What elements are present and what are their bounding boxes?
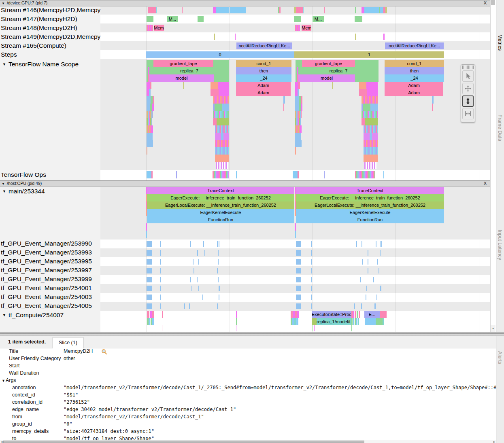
trace-slice[interactable]: Adam (385, 82, 443, 89)
trace-slice[interactable] (376, 295, 377, 300)
trace-slice[interactable] (151, 318, 152, 325)
trace-slice[interactable] (376, 318, 383, 325)
trace-slice[interactable]: 0 (146, 51, 294, 58)
trace-slice[interactable] (314, 325, 315, 331)
trace-slice[interactable]: EagerKernelExecute (147, 209, 294, 216)
trace-slice[interactable] (385, 7, 387, 13)
trace-slice[interactable] (147, 286, 152, 291)
trace-slice[interactable] (296, 318, 298, 325)
trace-slice[interactable] (363, 104, 370, 111)
trace-slice[interactable] (160, 268, 161, 273)
trace-slice[interactable] (355, 16, 362, 22)
trace-slice[interactable] (296, 268, 301, 273)
trace-slice[interactable] (357, 311, 358, 318)
trace-slice[interactable] (194, 268, 194, 273)
trace-slice[interactable] (184, 303, 185, 309)
trace-slice[interactable]: Adam (236, 82, 291, 89)
trace-slice[interactable] (295, 125, 300, 133)
trace-slice[interactable] (147, 111, 153, 118)
trace-slice[interactable] (355, 7, 356, 13)
trace-slice[interactable] (151, 171, 153, 178)
trace-slice[interactable] (218, 259, 219, 265)
trace-slice[interactable] (147, 118, 152, 125)
trace-slice[interactable] (151, 125, 153, 133)
trace-slice[interactable] (215, 155, 229, 162)
trace-slice[interactable] (147, 241, 152, 247)
trace-slice[interactable] (332, 82, 333, 89)
trace-slice[interactable] (149, 318, 150, 325)
trace-slice[interactable] (372, 133, 378, 140)
trace-slice[interactable] (298, 89, 299, 96)
scroll-left-icon[interactable]: ◀ (0, 440, 3, 443)
trace-slice[interactable]: model (149, 74, 214, 82)
trace-slice[interactable]: Mem (154, 25, 164, 31)
trace-slice[interactable] (146, 223, 147, 231)
trace-slice[interactable] (219, 241, 219, 247)
trace-slice[interactable] (204, 250, 205, 256)
trace-slice[interactable] (364, 162, 376, 169)
trace-slice[interactable]: EagerLocalExecute: __inference_train_fun… (296, 201, 444, 209)
trace-slice[interactable] (432, 96, 434, 104)
trace-slice[interactable] (147, 104, 150, 111)
trace-slice[interactable] (147, 82, 150, 89)
trace-slice[interactable] (355, 34, 356, 40)
trace-slice[interactable] (293, 171, 298, 178)
trace-slice[interactable] (362, 111, 378, 118)
tab-slice[interactable]: Slice (1) (53, 337, 83, 348)
trace-slice[interactable]: EagerExecute: __inference_train_function… (296, 194, 444, 201)
trace-slice[interactable] (217, 268, 218, 273)
trace-slice[interactable] (381, 241, 382, 247)
trace-slice[interactable] (147, 125, 151, 133)
trace-slice[interactable]: ExecutorState::Process (312, 311, 351, 318)
trace-slice[interactable] (147, 147, 147, 155)
trace-slice[interactable]: M... (167, 16, 178, 22)
trace-slice[interactable] (152, 311, 154, 318)
trace-slice[interactable] (365, 318, 376, 325)
trace-slice[interactable] (213, 171, 229, 178)
trace-slice[interactable] (355, 311, 356, 318)
trace-slice[interactable] (368, 268, 368, 273)
trace-slice[interactable] (295, 111, 302, 118)
trace-slice[interactable] (356, 318, 357, 325)
trace-slice[interactable] (361, 303, 362, 309)
trace-slice[interactable] (191, 286, 192, 291)
trace-slice[interactable] (295, 104, 299, 111)
trace-slice[interactable] (150, 311, 152, 318)
trace-slice[interactable] (160, 241, 161, 247)
trace-slice[interactable] (283, 104, 284, 111)
trace-slice[interactable] (294, 318, 296, 325)
trace-slice[interactable] (293, 311, 295, 318)
trace-slice[interactable]: _24 (236, 74, 291, 82)
trace-slice[interactable] (148, 7, 156, 13)
search-icon[interactable] (101, 349, 107, 356)
trace-slice[interactable] (311, 241, 312, 247)
trace-slice[interactable] (218, 277, 219, 282)
trace-slice[interactable] (364, 140, 378, 147)
trace-slice[interactable] (213, 7, 216, 13)
trace-slice[interactable] (362, 259, 363, 265)
trace-slice[interactable] (311, 268, 312, 273)
collapse-icon[interactable]: ▼ (2, 313, 6, 317)
trace-slice[interactable]: replica_1/model/t... (317, 318, 351, 325)
detail-horizontal-scrollbar[interactable]: ◀ ▶ (0, 440, 496, 443)
trace-slice[interactable]: then (236, 67, 291, 74)
trace-slice[interactable] (147, 311, 149, 318)
trace-slice[interactable] (190, 277, 191, 282)
trace-slice[interactable] (367, 89, 378, 96)
trace-slice[interactable] (182, 7, 183, 13)
trace-slice[interactable] (295, 223, 296, 231)
trace-slice[interactable] (296, 250, 301, 256)
trace-slice[interactable] (202, 295, 203, 300)
trace-slice[interactable] (360, 277, 361, 282)
trace-slice[interactable] (365, 118, 378, 125)
collapse-icon[interactable]: ▼ (2, 189, 6, 193)
trace-slice[interactable] (296, 295, 301, 300)
trace-slice[interactable] (213, 60, 229, 67)
trace-slice[interactable] (236, 325, 236, 331)
trace-slice[interactable] (147, 25, 153, 31)
trace-slice[interactable] (368, 259, 368, 265)
trace-slice[interactable] (160, 295, 161, 300)
trace-slice[interactable] (295, 96, 299, 104)
trace-slice[interactable] (311, 303, 312, 309)
trace-slice[interactable] (311, 295, 312, 300)
